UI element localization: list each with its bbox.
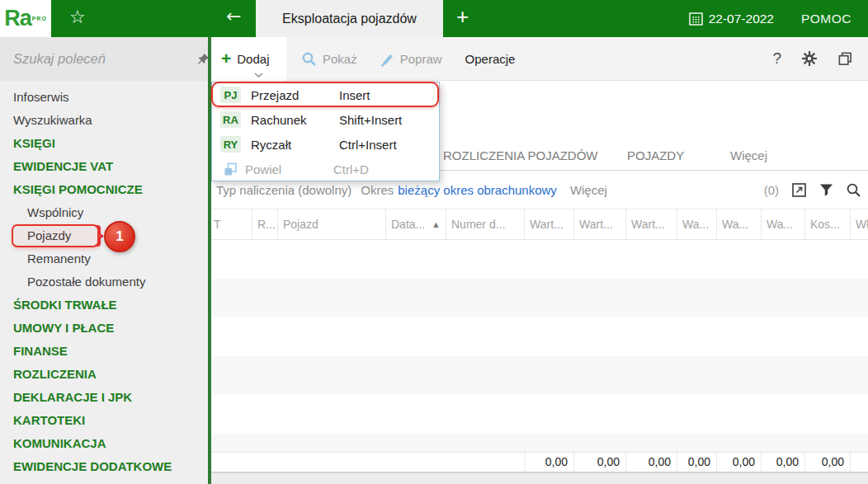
column-header-data[interactable]: Data...▲ [386, 209, 446, 240]
column-header-kos[interactable]: Kos... [805, 209, 851, 240]
filter-funnel-icon[interactable] [819, 183, 833, 197]
header-date-control[interactable]: 22-07-2022 [689, 0, 774, 37]
column-header-t[interactable]: T [211, 209, 252, 240]
sidebar-item-remanenty[interactable]: Remanenty [0, 247, 208, 270]
sidebar: Infoserwis Wyszukiwarka KSIĘGI EWIDENCJE… [0, 37, 208, 484]
brush-icon [379, 51, 394, 67]
sidebar-item-pojazdy[interactable]: Pojazdy [0, 224, 208, 247]
column-header-numer[interactable]: Numer d... [446, 209, 525, 240]
filter-type[interactable]: Typ naliczenia (dowolny) [216, 183, 351, 197]
menu-item-ryczalt-shortcut: Ctrl+Insert [339, 138, 397, 152]
command-search-box [0, 37, 208, 81]
summary-value-2: 0,00 [574, 453, 626, 472]
menu-item-przejazd[interactable]: PJ Przejazd Insert [212, 82, 439, 107]
app-logo-text: Ra [4, 7, 31, 30]
sidebar-item-finanse[interactable]: FINANSE [0, 340, 208, 363]
add-button[interactable]: + Dodaj [211, 37, 286, 81]
calendar-icon [689, 12, 703, 26]
sidebar-item-wyszukiwarka[interactable]: Wyszukiwarka [0, 109, 208, 132]
przejazd-badge: PJ [220, 87, 241, 103]
edit-button-label: Popraw [400, 52, 442, 66]
tab-pojazdy[interactable]: POJAZDY [627, 148, 684, 162]
sidebar-item-srodki-trwale[interactable]: ŚRODKI TRWAŁE [0, 294, 208, 317]
summary-end-spacer [851, 453, 868, 472]
cascade-windows-icon[interactable] [837, 51, 853, 67]
tab-rozliczenia-pojazdow[interactable]: ROZLICZENIA POJAZDÓW [443, 148, 598, 162]
sidebar-item-infoserwis[interactable]: Infoserwis [0, 86, 208, 109]
sidebar-item-ksiegi-pomocnicze[interactable]: KSIĘGI POMOCNICZE [0, 178, 208, 201]
column-header-r[interactable]: R... [252, 209, 278, 240]
top-header-bar: RaPRO ☆ ← Eksploatacja pojazdów + 22-07-… [0, 0, 868, 37]
summary-value-3: 0,00 [626, 453, 677, 472]
menu-item-powiel-label: Powiel [245, 162, 333, 176]
summary-value-1: 0,00 [525, 453, 574, 472]
app-logo: RaPRO [0, 0, 51, 37]
sort-ascending-icon: ▲ [433, 221, 438, 228]
column-header-wa-1[interactable]: Wa... [677, 209, 717, 240]
toolbar: + Dodaj Pokaż Popraw Operacj [211, 37, 868, 81]
menu-item-rachunek-shortcut: Shift+Insert [339, 113, 402, 127]
column-header-wart-2[interactable]: Wart... [574, 209, 626, 240]
rachunek-badge: RA [220, 111, 241, 128]
tab-wiecej[interactable]: Więcej [730, 148, 767, 162]
sidebar-item-umowy-i-place[interactable]: UMOWY I PŁACE [0, 317, 208, 340]
duplicate-icon [224, 162, 238, 176]
column-header-wart-1[interactable]: Wart... [525, 209, 574, 240]
window-tab-eksploatacja-pojazdow[interactable]: Eksploatacja pojazdów [256, 0, 443, 37]
help-icon[interactable]: ? [772, 49, 781, 68]
column-header-wa-2[interactable]: Wa... [717, 209, 762, 240]
column-header-wl[interactable]: Wł... [851, 209, 868, 240]
open-in-window-icon[interactable] [791, 182, 807, 198]
sidebar-item-ewidencje-vat[interactable]: EWIDENCJE VAT [0, 155, 208, 178]
back-arrow-icon[interactable]: ← [226, 6, 241, 26]
app-window: RaPRO ☆ ← Eksploatacja pojazdów + 22-07-… [0, 0, 868, 484]
menu-item-rachunek-label: Rachunek [251, 113, 339, 127]
menu-item-rachunek[interactable]: RA Rachunek Shift+Insert [212, 107, 439, 132]
summary-value-6: 0,00 [762, 453, 805, 472]
sidebar-item-kartoteki[interactable]: KARTOTEKI [0, 409, 208, 432]
grid-header: T R... Pojazd Data...▲ Numer d... Wart..… [211, 209, 868, 240]
new-tab-plus-icon[interactable]: + [456, 4, 469, 30]
menu-item-ryczalt-label: Ryczałt [251, 138, 339, 152]
favorites-star-icon[interactable]: ☆ [69, 7, 86, 27]
ryczalt-badge: RY [220, 136, 241, 153]
sidebar-item-rozliczenia[interactable]: ROZLICZENIA [0, 363, 208, 386]
filter-period-label[interactable]: Okres [361, 183, 394, 197]
menu-item-powiel-shortcut: Ctrl+D [333, 162, 369, 176]
filter-more[interactable]: Więcej [570, 183, 607, 197]
add-dropdown-menu: PJ Przejazd Insert RA Rachunek Shift+Ins… [211, 82, 440, 181]
search-icon [301, 51, 317, 67]
gear-icon[interactable] [801, 50, 818, 67]
help-menu-label: POMOC [801, 12, 851, 26]
sidebar-item-pozostale-dokumenty[interactable]: Pozostałe dokumenty [0, 270, 208, 294]
show-button[interactable]: Pokaż [293, 37, 366, 81]
add-button-label: Dodaj [237, 52, 269, 66]
operations-button-label: Operacje [465, 52, 516, 66]
sidebar-item-ksiegi[interactable]: KSIĘGI [0, 132, 208, 155]
summary-spacer [211, 453, 525, 472]
sidebar-item-komunikacja[interactable]: KOMUNIKACJA [0, 432, 208, 455]
summary-value-4: 0,00 [677, 453, 717, 472]
help-menu[interactable]: POMOC [801, 0, 851, 37]
sidebar-item-wspolnicy[interactable]: Wspólnicy [0, 201, 208, 224]
sidebar-item-deklaracje-i-jpk[interactable]: DEKLARACJE I JPK [0, 386, 208, 409]
grid-body-empty [211, 240, 868, 452]
filter-period-value[interactable]: bieżący okres obrachunkowy [398, 183, 557, 197]
menu-item-przejazd-label: Przejazd [251, 88, 339, 102]
menu-item-powiel[interactable]: Powiel Ctrl+D [212, 157, 439, 181]
command-search-input[interactable] [13, 51, 197, 67]
plus-icon: + [221, 49, 231, 67]
grid-search-icon[interactable] [846, 182, 861, 198]
record-count: (0) [764, 183, 779, 197]
column-header-data-label: Data... [391, 218, 425, 231]
column-header-wart-3[interactable]: Wart... [626, 209, 677, 240]
column-header-pojazd[interactable]: Pojazd [278, 209, 386, 240]
sidebar-item-ewidencje-dodatkowe[interactable]: EWIDENCJE DODATKOWE [0, 455, 208, 478]
filter-right-controls: (0) [764, 182, 868, 198]
operations-button[interactable]: Operacje [457, 37, 524, 81]
edit-button[interactable]: Popraw [370, 37, 451, 81]
toolbar-right-icons: ? [772, 49, 868, 68]
grid-summary-row: 0,00 0,00 0,00 0,00 0,00 0,00 0,00 [211, 452, 868, 472]
menu-item-ryczalt[interactable]: RY Ryczałt Ctrl+Insert [212, 132, 439, 157]
column-header-wa-3[interactable]: Wa... [762, 209, 805, 240]
